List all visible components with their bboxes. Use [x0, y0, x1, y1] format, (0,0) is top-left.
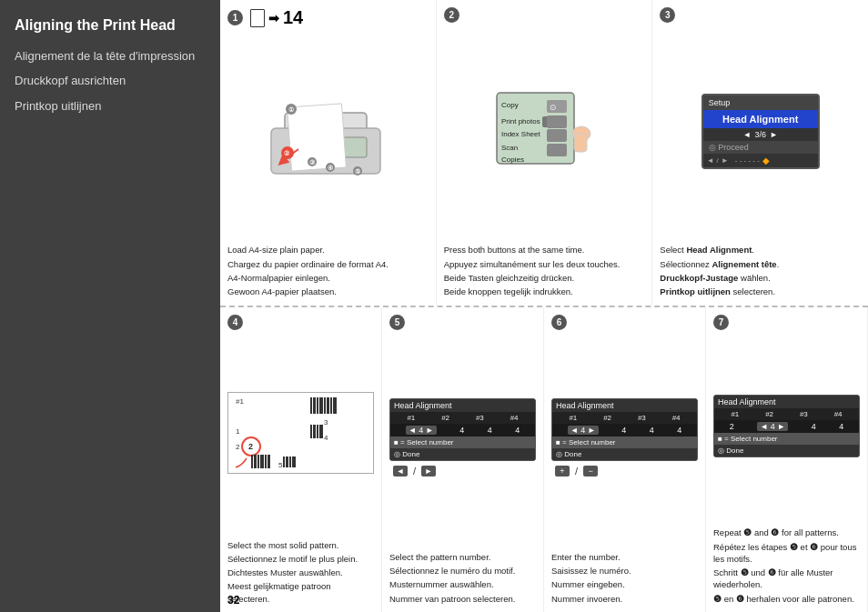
- svg-text:2: 2: [248, 442, 253, 451]
- svg-rect-49: [310, 425, 312, 438]
- svg-rect-20: [547, 115, 567, 128]
- svg-rect-50: [313, 425, 316, 438]
- svg-text:4: 4: [324, 434, 328, 442]
- step3-bottom-nav-right: ►: [722, 156, 729, 165]
- step7-select-label: ■ = Select number: [718, 435, 778, 443]
- step-4-badge: 4: [227, 315, 243, 330]
- step5-nav-right[interactable]: ►: [421, 466, 436, 477]
- main-content: 1 ➡ 14: [220, 0, 868, 612]
- step7-col-1: #1: [731, 410, 739, 418]
- step6-val-3: 4: [650, 426, 654, 435]
- step4-desc-fr: Sélectionnez le motif le plus plein.: [227, 553, 374, 565]
- svg-text:Index Sheet: Index Sheet: [501, 130, 540, 138]
- step3-lcd-proceed: ◎ Proceed: [703, 141, 818, 154]
- step1-page-number: 14: [283, 7, 303, 28]
- page-footer: 32: [227, 594, 239, 607]
- step1-desc-fr: Chargez du papier ordinaire de format A4…: [227, 258, 429, 270]
- step-5-cell: 5 Head Alignment #1 #2 #3 #4 ◄ 4 ► 4 4 4: [382, 307, 544, 613]
- step3-diamond-icon: ◆: [762, 156, 770, 166]
- svg-rect-51: [317, 425, 318, 438]
- svg-rect-31: [317, 397, 318, 414]
- step6-nav-plus[interactable]: +: [555, 466, 570, 477]
- step2-desc-de: Beide Tasten gleichzeitig drücken.: [444, 272, 645, 284]
- top-row: 1 ➡ 14: [220, 0, 868, 307]
- step7-col-4: #4: [834, 410, 843, 418]
- step6-lcd-cols: #1 #2 #3 #4: [552, 412, 697, 424]
- step5-nav-left[interactable]: ◄: [393, 466, 408, 477]
- svg-text:①: ①: [288, 106, 295, 113]
- svg-rect-48: [267, 455, 270, 468]
- step3-desc-nl: Printkop uitlijnen selecteren.: [660, 286, 861, 297]
- svg-rect-32: [319, 397, 323, 414]
- step7-col-2: #2: [765, 410, 773, 418]
- step3-desc-de: Druckkopf-Justage wählen.: [660, 272, 861, 284]
- step6-nav-minus[interactable]: −: [583, 466, 598, 477]
- step5-lcd-done: ◎ Done: [390, 448, 535, 460]
- step7-lcd-title: Head Alignment: [714, 396, 859, 408]
- svg-rect-34: [327, 397, 329, 414]
- step5-val-4: 4: [515, 426, 520, 435]
- svg-rect-55: [286, 456, 288, 467]
- step7-lcd-select: ■ = Select number: [714, 433, 859, 445]
- step3-nav-right-icon: ►: [770, 130, 778, 139]
- svg-rect-45: [257, 455, 259, 468]
- step5-lcd: Head Alignment #1 #2 #3 #4 ◄ 4 ► 4 4 4: [389, 398, 536, 461]
- step7-done-label: ◎ Done: [718, 446, 743, 455]
- sidebar-title-nl: Printkop uitlijnen: [15, 98, 206, 115]
- step6-col-1: #1: [569, 414, 577, 422]
- step7-desc-nl: ❺ en ❻ herhalen voor alle patronen.: [713, 593, 860, 605]
- step2-desc-fr: Appuyez simultanément sur les deux touch…: [444, 258, 645, 270]
- step6-nav-btns: + / −: [551, 464, 601, 478]
- step-2-cell: 2 Copy ⊙ Print photos Index Sheet Scan: [437, 0, 653, 306]
- step5-done-label: ◎ Done: [394, 450, 419, 458]
- step-2-badge: 2: [444, 7, 459, 23]
- step6-val-2: 4: [621, 426, 626, 435]
- sidebar-title-fr: Alignement de la tête d'impression: [15, 48, 206, 65]
- step1-page-icon: ➡ 14: [250, 7, 303, 28]
- step6-lcd-vals: ◄ 4 ► 4 4 4: [552, 424, 697, 436]
- sidebar: Aligning the Print Head Alignement de la…: [0, 0, 220, 612]
- step4-illustration: #1 1 2: [227, 330, 374, 536]
- svg-rect-47: [265, 455, 267, 468]
- step4-pattern-svg: #1 1 2: [228, 393, 347, 474]
- svg-text:⑤: ⑤: [355, 168, 361, 175]
- step6-val-1: ◄ 4 ►: [568, 426, 599, 435]
- sidebar-title-de: Druckkopf ausrichten: [15, 73, 206, 89]
- step-6-badge: 6: [551, 315, 567, 330]
- step2-illustration: Copy ⊙ Print photos Index Sheet Scan Cop…: [444, 23, 645, 240]
- svg-rect-3: [287, 104, 346, 171]
- step6-col-4: #4: [672, 414, 681, 422]
- step6-desc-nl: Nummer invoeren.: [551, 593, 698, 605]
- step-7-cell: 7 Head Alignment #1 #2 #3 #4 2 ◄ 4 ► 4 4: [706, 307, 868, 613]
- svg-text:Copies: Copies: [501, 156, 524, 164]
- step3-lcd-header: Setup: [703, 95, 818, 110]
- step6-nav-sep: /: [575, 466, 578, 477]
- svg-text:3: 3: [324, 418, 328, 426]
- step-6-cell: 6 Head Alignment #1 #2 #3 #4 ◄ 4 ► 4 4 4: [544, 307, 706, 613]
- svg-rect-33: [324, 397, 326, 414]
- step5-val-2: 4: [459, 426, 464, 435]
- step-1-badge: 1: [227, 10, 243, 25]
- step3-proceed-circle: ◎: [709, 143, 716, 152]
- step7-val-1: 2: [730, 422, 734, 431]
- step7-lcd-cols: #1 #2 #3 #4: [714, 408, 859, 420]
- step4-desc: Select the most solid pattern. Sélection…: [227, 539, 374, 607]
- svg-text:5: 5: [278, 461, 283, 469]
- step3-bottom-nav-left: ◄: [707, 156, 714, 165]
- arrow-right-icon: ➡: [268, 11, 279, 25]
- step3-desc-en: Select Head Alignment.: [660, 244, 861, 256]
- svg-text:④: ④: [328, 165, 334, 171]
- step-3-cell: 3 Setup Head Alignment ◄ 3/6 ► ◎ Proceed…: [652, 0, 868, 306]
- step7-illustration: Head Alignment #1 #2 #3 #4 2 ◄ 4 ► 4 4: [713, 330, 860, 524]
- svg-rect-56: [289, 456, 291, 467]
- step3-lcd: Setup Head Alignment ◄ 3/6 ► ◎ Proceed ◄…: [701, 94, 820, 169]
- step2-desc-en: Press both buttons at the same time.: [444, 244, 645, 256]
- step4-pattern-card: #1 1 2: [227, 392, 374, 474]
- step3-bottom-nav-sep: /: [717, 156, 719, 165]
- step5-val-1: ◄ 4 ►: [406, 426, 437, 435]
- step3-desc: Select Head Alignment. Sélectionnez Alig…: [660, 244, 861, 299]
- step5-nav-btns: ◄ / ►: [389, 464, 439, 478]
- step6-col-3: #3: [638, 414, 646, 422]
- step3-desc-fr: Sélectionnez Alignement tête.: [660, 258, 861, 270]
- step6-desc-fr: Saisissez le numéro.: [551, 565, 698, 577]
